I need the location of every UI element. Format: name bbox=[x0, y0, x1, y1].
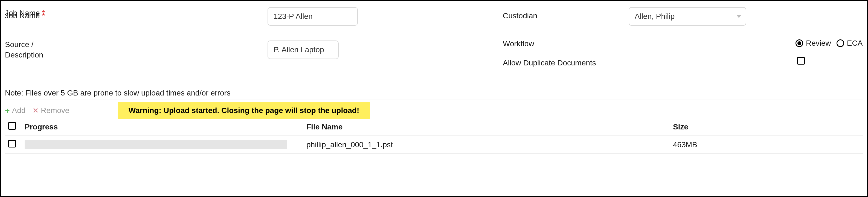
custodian-select[interactable]: Allen, Philip bbox=[629, 7, 746, 26]
upload-warning: Warning: Upload started. Closing the pag… bbox=[118, 102, 370, 119]
row-checkbox-cell bbox=[5, 136, 21, 154]
workflow-review-option[interactable]: Review bbox=[796, 39, 831, 47]
files-table: Progress File Name Size phillip_allen_00… bbox=[5, 118, 863, 154]
files-table-head: Progress File Name Size bbox=[5, 118, 863, 136]
job-name-input[interactable] bbox=[268, 7, 358, 26]
workflow-eca-option[interactable]: ECA bbox=[837, 39, 863, 47]
row-size: 463MB bbox=[670, 136, 863, 154]
allow-duplicates-checkbox[interactable] bbox=[797, 57, 805, 65]
row-file-name: phillip_allen_000_1_1.pst bbox=[303, 136, 670, 154]
table-header-row: Progress File Name Size bbox=[5, 118, 863, 136]
workflow-review-label: Review bbox=[806, 39, 831, 47]
remove-button[interactable]: ✕ Remove bbox=[33, 106, 69, 115]
row-checkbox[interactable] bbox=[8, 140, 16, 147]
required-asterisk: * bbox=[42, 11, 45, 20]
job-name-label: Job Name * bbox=[5, 9, 45, 20]
custodian-select-wrap: Allen, Philip bbox=[629, 7, 746, 26]
files-table-body: phillip_allen_000_1_1.pst 463MB bbox=[5, 136, 863, 154]
custodian-label: Custodian bbox=[503, 9, 537, 20]
header-progress: Progress bbox=[21, 118, 303, 136]
source-description-label-text: Source /Description bbox=[5, 40, 43, 59]
add-button[interactable]: + Add bbox=[5, 106, 26, 115]
workflow-eca-label: ECA bbox=[847, 39, 863, 47]
remove-button-label: Remove bbox=[41, 106, 69, 115]
header-checkbox-cell bbox=[5, 118, 21, 136]
header-size: Size bbox=[670, 118, 863, 136]
row-progress-cell bbox=[21, 136, 303, 154]
allow-duplicates-label: Allow Duplicate Documents bbox=[503, 56, 596, 67]
plus-icon: + bbox=[5, 106, 10, 115]
workflow-label: Workflow bbox=[503, 37, 534, 48]
add-button-label: Add bbox=[12, 106, 26, 115]
radio-icon bbox=[796, 39, 803, 47]
radio-icon bbox=[837, 39, 844, 47]
source-description-input[interactable] bbox=[268, 40, 339, 59]
workflow-radio-group: Review ECA bbox=[796, 37, 863, 47]
source-description-label: Source /Description bbox=[5, 37, 43, 60]
upload-note: Note: Files over 5 GB are prone to slow … bbox=[5, 89, 230, 97]
close-icon: ✕ bbox=[33, 106, 38, 115]
progress-bar bbox=[25, 140, 287, 149]
header-file-name: File Name bbox=[303, 118, 670, 136]
job-name-label-text: Job Name bbox=[5, 11, 40, 20]
upload-job-form: Job Name * Job Name * Custodian Allen, P… bbox=[0, 0, 868, 197]
select-all-checkbox[interactable] bbox=[8, 122, 16, 130]
table-row: phillip_allen_000_1_1.pst 463MB bbox=[5, 136, 863, 154]
